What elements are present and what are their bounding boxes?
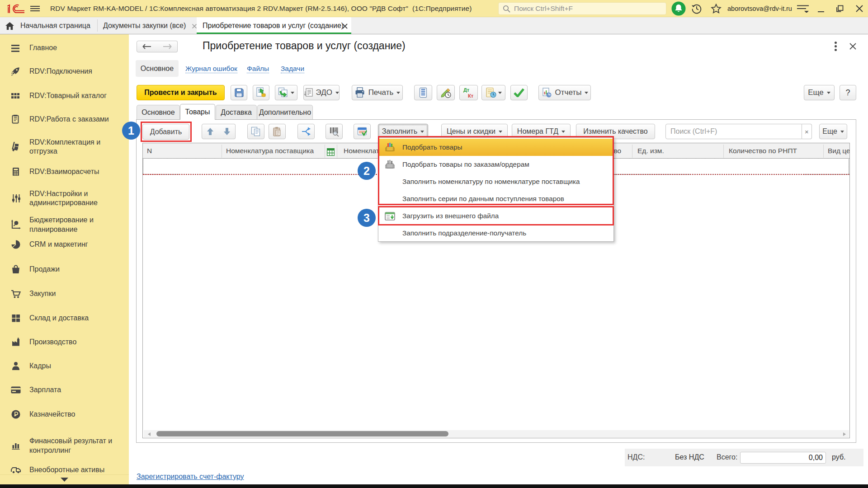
- svg-text:Кт: Кт: [468, 93, 474, 99]
- svg-text:Дт: Дт: [463, 87, 470, 93]
